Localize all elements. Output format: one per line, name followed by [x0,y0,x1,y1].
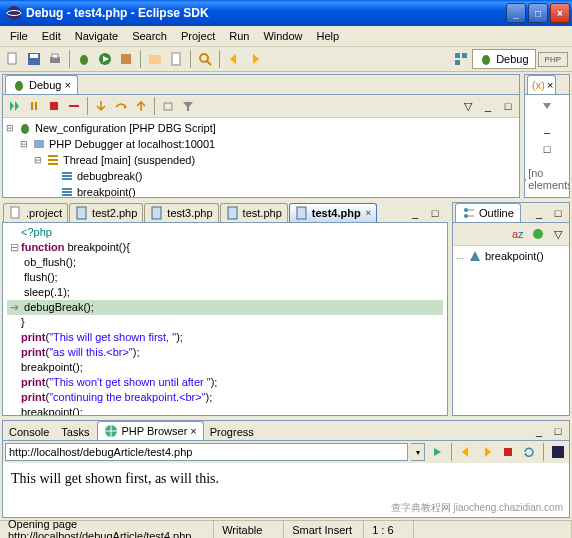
editor-minimize-button[interactable]: _ [406,204,424,222]
outline-sort-button[interactable]: az [509,225,527,243]
use-step-filters-button[interactable] [179,97,197,115]
browser-maximize-button[interactable]: □ [549,422,567,440]
drop-frame-button[interactable] [159,97,177,115]
disconnect-button[interactable] [65,97,83,115]
tab-test3[interactable]: test3.php [144,203,218,222]
browser-forward-button[interactable] [478,443,496,461]
tab-debug[interactable]: Debug× [5,75,78,94]
search-button[interactable] [196,50,214,68]
open-perspective-button[interactable] [452,50,470,68]
outline-minimize-button[interactable]: _ [530,204,548,222]
tree-frame-1[interactable]: breakpoint() [5,184,517,197]
svg-line-14 [207,61,211,65]
outline-menu-button[interactable]: ▽ [549,225,567,243]
tree-debugger[interactable]: ⊟PHP Debugger at localhost:10001 [5,136,517,152]
tab-php-browser[interactable]: PHP Browser× [97,421,203,440]
debug-button[interactable] [75,50,93,68]
resume-button[interactable] [5,97,23,115]
browser-stop-button[interactable] [499,443,517,461]
svg-marker-59 [485,447,491,457]
tab-tasks[interactable]: Tasks [55,424,95,440]
tree-launch[interactable]: ⊟New_configuration [PHP DBG Script] [5,120,517,136]
svg-rect-17 [455,53,460,58]
back-button[interactable] [225,50,243,68]
editor-body[interactable]: <?php ⊟function breakpoint(){ ob_flush()… [2,222,448,416]
var-minimize-button[interactable]: _ [538,119,556,137]
tree-thread[interactable]: ⊟Thread [main] (suspended) [5,152,517,168]
svg-rect-36 [62,191,72,193]
maximize-view-button[interactable]: □ [499,97,517,115]
menu-run[interactable]: Run [223,28,255,44]
svg-point-48 [464,208,468,212]
tab-outline[interactable]: Outline [455,203,521,222]
suspend-button[interactable] [25,97,43,115]
save-button[interactable] [25,50,43,68]
view-menu-button[interactable]: ▽ [459,97,477,115]
svg-rect-45 [152,207,161,219]
outline-maximize-button[interactable]: □ [549,204,567,222]
svg-rect-26 [50,102,58,110]
url-input[interactable] [5,443,408,461]
browser-go-button[interactable] [428,443,446,461]
svg-marker-29 [183,102,193,111]
outline-pane: Outline _ □ az ▽ …breakpoint() [452,202,570,416]
external-tools-button[interactable] [117,50,135,68]
minimize-view-button[interactable]: _ [479,97,497,115]
var-toggle-button[interactable] [538,98,556,116]
variables-pane-collapsed: (x)× _ □ ◆[no elements] [524,74,570,198]
svg-rect-62 [552,446,564,458]
menu-help[interactable]: Help [311,28,346,44]
perspective-debug[interactable]: Debug [472,49,535,69]
var-maximize-button[interactable]: □ [538,140,556,158]
svg-point-49 [464,214,468,218]
svg-rect-37 [62,194,72,196]
tab-project[interactable]: .project [3,203,68,222]
svg-rect-25 [35,102,37,110]
menu-edit[interactable]: Edit [36,28,67,44]
tab-variables[interactable]: (x)× [527,75,556,94]
outline-item[interactable]: …breakpoint() [455,248,567,264]
minimize-button[interactable]: _ [506,3,526,23]
menu-search[interactable]: Search [126,28,173,44]
run-button[interactable] [96,50,114,68]
url-dropdown[interactable]: ▾ [411,443,425,461]
tab-test[interactable]: test.php [220,203,288,222]
menu-window[interactable]: Window [257,28,308,44]
menu-project[interactable]: Project [175,28,221,44]
step-return-button[interactable] [132,97,150,115]
perspective-php[interactable]: PHP [538,52,568,67]
close-button[interactable]: × [550,3,570,23]
browser-back-button[interactable] [457,443,475,461]
svg-marker-58 [462,447,468,457]
outline-filter-button[interactable] [529,225,547,243]
tree-frame-0[interactable]: debugbreak() [5,168,517,184]
debug-pane: Debug× ▽ _ □ ⊟New_confi [2,74,520,198]
new-file-button[interactable] [167,50,185,68]
terminate-button[interactable] [45,97,63,115]
svg-marker-15 [230,54,236,64]
menu-file[interactable]: File [4,28,34,44]
svg-rect-43 [11,207,19,218]
tab-progress[interactable]: Progress [204,424,260,440]
new-project-button[interactable] [146,50,164,68]
svg-text:(x): (x) [532,79,544,91]
editor-maximize-button[interactable]: □ [426,204,444,222]
tab-test4[interactable]: test4.php× [289,203,377,222]
print-button[interactable] [46,50,64,68]
browser-minimize-button[interactable]: _ [530,422,548,440]
svg-rect-35 [62,188,72,190]
browser-refresh-button[interactable] [520,443,538,461]
step-into-button[interactable] [92,97,110,115]
svg-marker-55 [470,251,480,261]
new-button[interactable] [4,50,22,68]
tab-console[interactable]: Console [3,424,55,440]
tab-test2[interactable]: test2.php [69,203,143,222]
eclipse-icon [6,5,22,21]
svg-marker-57 [434,448,441,456]
step-over-button[interactable] [112,97,130,115]
forward-button[interactable] [246,50,264,68]
titlebar: Debug - test4.php - Eclipse SDK _ □ × [0,0,572,26]
maximize-button[interactable]: □ [528,3,548,23]
svg-rect-44 [77,207,86,219]
menu-navigate[interactable]: Navigate [69,28,124,44]
